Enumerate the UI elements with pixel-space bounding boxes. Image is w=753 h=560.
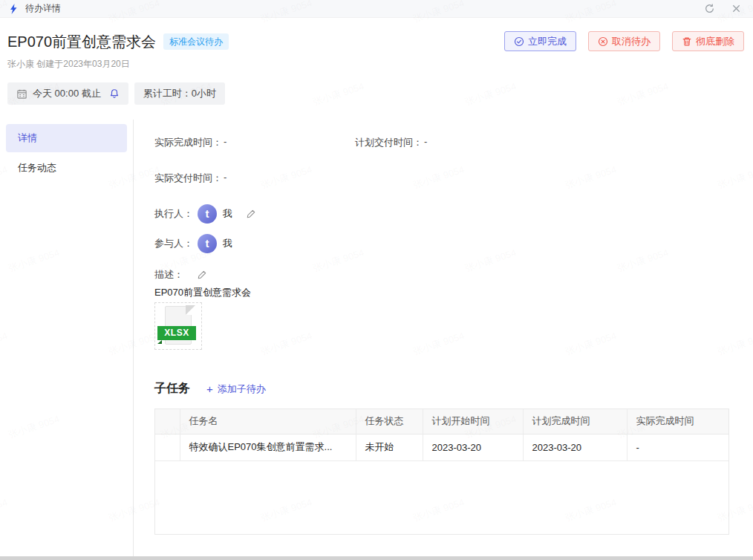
actual-deliver-value: -: [224, 172, 226, 185]
participant-name: 我: [223, 237, 232, 250]
detail-header: EP070前置创意需求会 标准会议待办 立即完成 取消待办: [0, 18, 753, 120]
header-task-status: 任务状态: [356, 409, 423, 434]
executor-avatar: t: [198, 204, 217, 224]
header-task-name: 任务名: [180, 409, 356, 434]
add-subtask-link[interactable]: + 添加子待办: [206, 382, 266, 396]
hours-text: 累计工时：0小时: [143, 87, 216, 100]
sidebar-item-detail-label: 详情: [18, 131, 37, 145]
cancel-circle-icon: [598, 36, 608, 47]
actual-deliver-label: 实际交付时间：: [154, 172, 222, 185]
subtask-status-cell: 未开始: [356, 434, 423, 460]
sidebar-item-activity-label: 任务动态: [18, 161, 56, 175]
delete-forever-button[interactable]: 彻底删除: [672, 31, 744, 51]
xlsx-file-icon: XLSX: [162, 306, 195, 346]
subtask-actual-complete-cell: -: [627, 434, 728, 460]
subtask-table-header-row: 任务名 任务状态 计划开始时间 计划完成时间 实际完成时间: [155, 409, 728, 434]
horizontal-scrollbar[interactable]: [0, 556, 753, 560]
add-subtask-label: 添加子待办: [218, 382, 266, 396]
actual-deliver-field: 实际交付时间： -: [154, 172, 355, 185]
actual-complete-field: 实际完成时间： -: [154, 136, 355, 149]
page-title: EP070前置创意需求会: [7, 31, 156, 52]
actual-complete-value: -: [224, 136, 226, 149]
time-fields-row1: 实际完成时间： - 计划交付时间： -: [154, 136, 735, 149]
edit-description-icon[interactable]: [197, 270, 207, 280]
plus-icon: +: [206, 382, 213, 395]
subtask-row[interactable]: 特效确认EP070集创意前置需求... 未开始 2023-03-20 2023-…: [155, 434, 728, 460]
deadline-text: 今天 00:00 截止: [33, 87, 101, 100]
close-icon[interactable]: [729, 2, 743, 16]
header-actual-complete: 实际完成时间: [627, 409, 728, 434]
header-actions: 立即完成 取消待办 彻底删除: [504, 31, 744, 51]
participant-row: 参与人： t 我: [154, 234, 735, 253]
cancel-todo-button[interactable]: 取消待办: [588, 31, 660, 51]
window-titlebar: 待办详情: [0, 0, 753, 18]
subtask-name-cell[interactable]: 特效确认EP070集创意前置需求...: [180, 434, 356, 460]
subtasks-title: 子任务: [154, 381, 190, 397]
refresh-icon[interactable]: [703, 2, 716, 16]
deadline-chip[interactable]: 今天 00:00 截止: [7, 82, 128, 105]
executor-name: 我: [223, 207, 232, 221]
creator-line: 张小康 创建于2023年03月20日: [7, 58, 744, 71]
attachment-xlsx[interactable]: XLSX: [154, 302, 202, 350]
sidebar-item-activity[interactable]: 任务动态: [6, 154, 127, 182]
sidebar-item-detail[interactable]: 详情: [6, 124, 127, 152]
app-logo-icon: [7, 3, 19, 15]
description-row: 描述：: [154, 268, 735, 281]
subtask-select-cell: [155, 434, 180, 460]
complete-now-button[interactable]: 立即完成: [504, 31, 576, 51]
hours-chip: 累计工时：0小时: [134, 82, 225, 105]
plan-deliver-value: -: [424, 136, 427, 149]
delete-forever-label: 彻底删除: [696, 35, 734, 48]
complete-now-label: 立即完成: [528, 35, 567, 48]
description-text: EP070前置创意需求会: [154, 286, 735, 299]
time-fields-row2: 实际交付时间： -: [154, 172, 735, 185]
detail-content: 实际完成时间： - 计划交付时间： - 实际交付时间： - 执行人： t 我: [134, 120, 753, 560]
meeting-type-badge: 标准会议待办: [163, 33, 229, 50]
header-plan-complete: 计划完成时间: [523, 409, 627, 434]
plan-deliver-field: 计划交付时间： -: [355, 136, 427, 149]
subtask-plan-start-cell: 2023-03-20: [423, 434, 523, 460]
subtask-table: 任务名 任务状态 计划开始时间 计划完成时间 实际完成时间 特效确认EP070集…: [154, 408, 729, 535]
executor-row: 执行人： t 我: [154, 204, 735, 224]
sidebar: 详情 任务动态: [0, 120, 134, 560]
actual-complete-label: 实际完成时间：: [154, 136, 222, 149]
window-title: 待办详情: [25, 2, 61, 15]
trash-icon: [682, 36, 692, 47]
edit-executor-icon[interactable]: [246, 209, 256, 219]
bell-icon[interactable]: [109, 88, 120, 99]
todo-detail-window: 待办详情 EP070前置创意需求会 标准会议待办: [0, 0, 753, 560]
xlsx-ribbon-label: XLSX: [157, 326, 196, 340]
participant-avatar: t: [198, 234, 217, 253]
header-plan-start: 计划开始时间: [423, 409, 523, 434]
select-column-header: [155, 409, 180, 434]
cancel-todo-label: 取消待办: [612, 35, 651, 48]
plan-deliver-label: 计划交付时间：: [355, 136, 423, 149]
subtask-plan-complete-cell: 2023-03-20: [523, 434, 627, 460]
participant-label: 参与人：: [154, 237, 198, 250]
check-circle-icon: [514, 36, 524, 47]
calendar-icon: [16, 88, 27, 100]
description-label: 描述：: [154, 268, 183, 281]
executor-label: 执行人：: [154, 207, 198, 221]
